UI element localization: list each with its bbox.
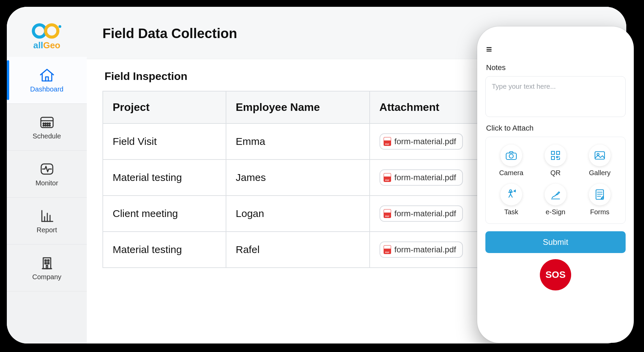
attach-item-label: QR [550, 169, 561, 177]
sidebar-item-label: Report [36, 226, 57, 234]
attach-esign[interactable]: e-Sign [535, 184, 576, 216]
brand-logo: allGeo [7, 7, 87, 57]
svg-rect-19 [43, 258, 51, 269]
cell-project: Material testing [103, 160, 226, 196]
brand-logo-icon [31, 22, 63, 39]
esign-icon [545, 184, 566, 205]
cell-project: Client meeting [103, 196, 226, 232]
home-icon [37, 67, 57, 83]
attach-label: Click to Attach [486, 124, 625, 133]
brand-word-a: all [33, 40, 43, 50]
notes-input[interactable]: Type your text here... [485, 76, 626, 117]
svg-rect-21 [45, 260, 46, 261]
attach-item-label: Forms [590, 208, 610, 216]
sidebar-item-dashboard[interactable]: Dashboard [7, 57, 87, 104]
svg-point-9 [43, 125, 44, 126]
svg-point-2 [59, 25, 61, 28]
svg-rect-22 [48, 260, 49, 261]
attach-gallery[interactable]: Gallery [580, 145, 620, 177]
attachment-filename: form-material.pdf [395, 173, 456, 182]
attach-item-label: Camera [499, 169, 523, 177]
svg-rect-24 [48, 263, 49, 264]
attach-item-label: e-Sign [546, 208, 565, 216]
pdf-icon [384, 245, 391, 254]
sidebar-item-label: Schedule [33, 132, 61, 140]
attach-item-label: Task [504, 208, 518, 216]
sidebar-item-monitor[interactable]: Monitor [7, 151, 87, 198]
sos-button[interactable]: SOS [540, 259, 571, 290]
cell-project: Field Visit [103, 123, 226, 160]
sidebar-item-report[interactable]: Report [7, 198, 87, 245]
forms-icon [589, 184, 611, 205]
camera-icon [500, 145, 522, 166]
attachment-filename: form-material.pdf [395, 209, 456, 218]
attachment-filename: form-material.pdf [395, 245, 456, 254]
svg-rect-25 [46, 265, 48, 269]
sidebar: allGeo Dashboard [7, 7, 87, 343]
attach-camera[interactable]: Camera [491, 145, 531, 177]
svg-rect-30 [551, 156, 554, 160]
sidebar-item-schedule[interactable]: Schedule [7, 104, 87, 151]
attach-panel: Camera QR Gallery Task [485, 137, 626, 224]
attachment-chip[interactable]: form-material.pdf [380, 133, 463, 150]
phone-notch [530, 33, 581, 41]
phone-mock: ≡ Notes Type your text here... Click to … [477, 27, 634, 343]
building-icon [37, 255, 57, 271]
svg-rect-23 [45, 263, 46, 264]
cell-project: Material testing [103, 232, 226, 268]
brand-word-b: Geo [43, 40, 61, 50]
brand-wordmark: allGeo [33, 40, 61, 51]
svg-point-6 [45, 123, 46, 124]
attachment-filename: form-material.pdf [395, 137, 456, 146]
svg-point-7 [47, 123, 48, 124]
sidebar-item-label: Dashboard [30, 85, 64, 93]
notes-label: Notes [486, 63, 625, 72]
pdf-icon [384, 137, 391, 146]
svg-point-1 [46, 25, 58, 37]
submit-button[interactable]: Submit [485, 231, 626, 253]
col-employee: Employee Name [226, 91, 370, 123]
pdf-icon [384, 173, 391, 182]
col-project: Project [103, 91, 226, 123]
svg-rect-28 [551, 151, 554, 154]
sidebar-item-label: Company [32, 273, 62, 281]
svg-point-5 [43, 123, 44, 124]
cell-employee: James [226, 160, 370, 196]
sidebar-item-label: Monitor [35, 179, 58, 187]
attach-forms[interactable]: Forms [580, 184, 620, 216]
attach-task[interactable]: Task [491, 184, 531, 216]
svg-rect-31 [595, 152, 605, 159]
svg-rect-29 [557, 151, 560, 154]
attachment-chip[interactable]: form-material.pdf [380, 169, 463, 186]
qr-icon [545, 145, 566, 166]
menu-icon[interactable]: ≡ [485, 41, 498, 56]
svg-point-11 [47, 125, 48, 126]
svg-point-10 [45, 125, 46, 126]
attach-qr[interactable]: QR [535, 145, 576, 177]
cell-employee: Emma [226, 123, 370, 160]
pdf-icon [384, 209, 391, 218]
svg-point-27 [509, 154, 513, 158]
cell-employee: Logan [226, 196, 370, 232]
sidebar-nav: Dashboard Schedule [7, 57, 87, 291]
svg-point-0 [33, 25, 46, 37]
task-icon [500, 184, 522, 205]
heartbeat-icon [37, 161, 57, 177]
sidebar-item-company[interactable]: Company [7, 245, 87, 291]
cell-employee: Rafel [226, 232, 370, 268]
svg-point-8 [49, 123, 50, 124]
calendar-icon [37, 114, 57, 130]
attach-item-label: Gallery [589, 169, 610, 177]
svg-point-12 [49, 125, 50, 126]
gallery-icon [589, 145, 611, 166]
attachment-chip[interactable]: form-material.pdf [380, 205, 463, 222]
attachment-chip[interactable]: form-material.pdf [380, 241, 463, 258]
bar-chart-icon [37, 208, 57, 224]
